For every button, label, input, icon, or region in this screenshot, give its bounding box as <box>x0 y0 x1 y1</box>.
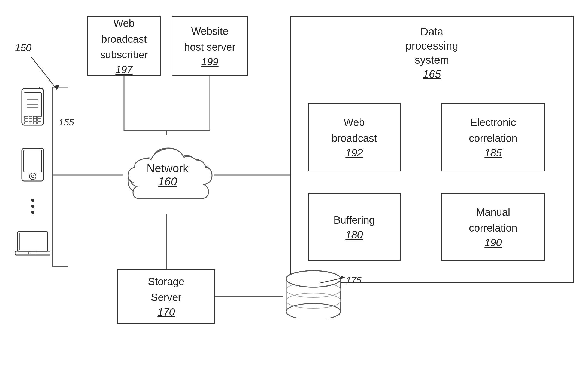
wb-number: 192 <box>345 147 363 159</box>
svg-rect-29 <box>29 122 32 124</box>
svg-rect-16 <box>29 119 32 121</box>
svg-rect-32 <box>22 148 44 181</box>
diagram: 150 <box>0 0 588 372</box>
subscriber-label-line2: broadcast <box>101 33 147 46</box>
mc-number: 190 <box>484 237 502 249</box>
bracket-label: 155 <box>59 117 74 128</box>
system-label: 150 <box>15 42 31 54</box>
box-electronic-correlation: Electronic correlation 185 <box>441 103 545 171</box>
dps-title-line3: system <box>293 53 571 67</box>
subscriber-label-line1: Web <box>113 17 134 30</box>
mc-label-line1: Manual <box>476 206 510 219</box>
ss-label-line1: Storage <box>148 275 184 288</box>
host-number: 199 <box>201 56 218 68</box>
phone-icon <box>19 87 46 131</box>
svg-rect-28 <box>25 122 28 124</box>
svg-rect-13 <box>22 88 44 125</box>
host-label-line1: Website <box>191 25 229 38</box>
ss-number: 170 <box>157 306 175 318</box>
dots-separator <box>31 199 34 214</box>
ec-number: 185 <box>484 147 502 159</box>
host-label-line2: host server <box>184 41 235 54</box>
svg-marker-12 <box>53 85 59 90</box>
subscriber-number: 197 <box>115 64 132 76</box>
box-manual-correlation: Manual correlation 190 <box>441 193 545 261</box>
laptop-icon <box>15 230 50 257</box>
network-number: 160 <box>120 175 215 188</box>
svg-rect-38 <box>15 251 50 255</box>
box-subscriber: Web broadcast subscriber 197 <box>87 16 161 76</box>
dps-number: 165 <box>293 67 571 81</box>
svg-rect-17 <box>33 119 37 121</box>
dps-title-line2: processing <box>293 39 571 53</box>
network-cloud: Network 160 <box>120 133 215 215</box>
dps-title-line1: Data <box>293 24 571 39</box>
ec-label-line1: Electronic <box>471 116 516 129</box>
dps-title: Data processing system 165 <box>293 24 571 81</box>
box-host: Website host server 199 <box>172 16 248 76</box>
svg-point-34 <box>29 173 36 180</box>
buf-number: 180 <box>345 229 363 241</box>
box-web-broadcast: Web broadcast 192 <box>308 103 401 171</box>
network-label: Network <box>120 162 215 175</box>
svg-rect-31 <box>38 122 41 124</box>
svg-rect-15 <box>25 119 28 121</box>
box-storage-server: Storage Server 170 <box>117 269 215 324</box>
ec-label-line2: correlation <box>469 132 517 145</box>
mc-label-line2: correlation <box>469 222 517 235</box>
wb-label-line1: Web <box>344 116 365 129</box>
buf-label-line1: Buffering <box>334 214 375 227</box>
svg-rect-39 <box>29 252 37 254</box>
subscriber-label-line3: subscriber <box>100 48 148 62</box>
svg-line-11 <box>31 57 57 90</box>
wb-label-line2: broadcast <box>332 132 377 145</box>
database-cylinder <box>283 269 343 318</box>
pda-icon <box>20 147 45 182</box>
svg-rect-36 <box>18 232 48 251</box>
svg-rect-30 <box>33 122 37 124</box>
svg-point-42 <box>286 303 341 318</box>
ss-label-line2: Server <box>151 291 181 304</box>
devices-column <box>15 87 50 257</box>
svg-rect-37 <box>19 233 46 250</box>
box-buffering: Buffering 180 <box>308 193 401 261</box>
cylinder-label: 175 <box>346 275 362 285</box>
svg-point-35 <box>31 175 34 178</box>
svg-rect-18 <box>38 119 41 121</box>
svg-rect-33 <box>24 150 42 172</box>
